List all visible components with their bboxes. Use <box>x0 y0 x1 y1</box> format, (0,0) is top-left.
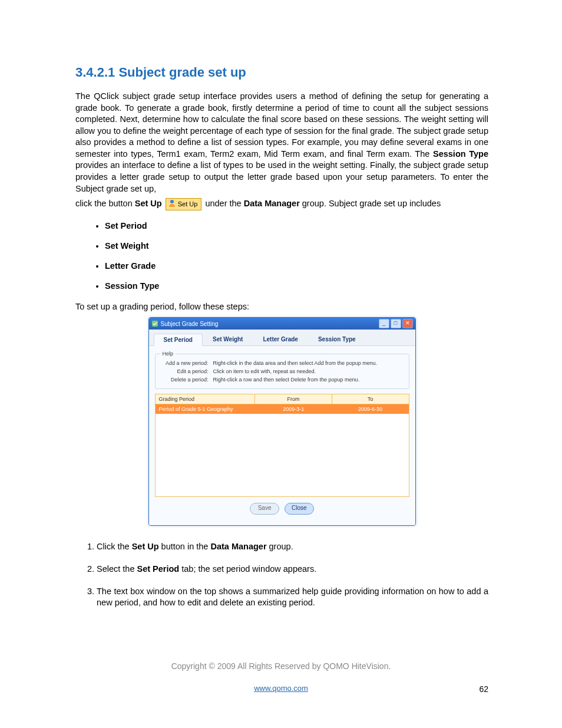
para1-text-a: The QClick subject grade setup interface… <box>75 91 488 159</box>
step-text: button in the <box>159 542 211 551</box>
screenshot-window: Subject Grade Setting _ □ ✕ Set Period S… <box>148 317 416 526</box>
dialog-button-row: Save Close <box>155 497 409 519</box>
help-row: Edit a period: Click on item to edit wit… <box>160 368 404 374</box>
tab-bar: Set Period Set Weight Letter Grade Sessi… <box>149 330 415 346</box>
step-item: Click the Set Up button in the Data Mana… <box>97 541 488 553</box>
grid-row-selected[interactable]: Period of Grade 5-1 Geography 2009-3-1 2… <box>156 404 409 414</box>
help-legend: Help <box>160 351 176 357</box>
para1-text-b: provides an interface to define a list o… <box>75 160 488 193</box>
tab-set-weight[interactable]: Set Weight <box>203 333 253 345</box>
paragraph-2: click the button Set Up Set Up under the… <box>75 198 488 210</box>
help-text: Right-click a row and then select Delete… <box>213 377 360 383</box>
help-fieldset: Help Add a new period: Right-click in th… <box>155 351 409 389</box>
section-heading: 3.4.2.1 Subject grade set up <box>75 65 488 80</box>
tab-session-type[interactable]: Session Type <box>308 333 366 345</box>
help-label: Add a new period: <box>160 360 213 366</box>
page-number: 62 <box>479 684 488 694</box>
svg-point-0 <box>170 200 174 203</box>
cell-period-name: Period of Grade 5-1 Geography <box>156 404 256 414</box>
session-type-bold: Session Type <box>433 149 488 159</box>
save-button[interactable]: Save <box>250 503 279 515</box>
maximize-button[interactable]: □ <box>391 319 401 328</box>
para2-e: group. Subject grade set up includes <box>300 199 441 208</box>
setup-icon <box>168 199 176 207</box>
cell-to: 2009-6-30 <box>332 404 408 414</box>
page-footer: Copyright © 2009 All Rights Reserved by … <box>74 661 488 693</box>
bullet-item: Set Period <box>105 221 488 230</box>
close-dialog-button[interactable]: Close <box>285 503 314 515</box>
step-bold: Set Period <box>137 564 180 574</box>
period-grid[interactable]: Grading Period From To Period of Grade 5… <box>155 394 409 497</box>
help-label: Delete a period: <box>160 377 213 383</box>
svg-rect-1 <box>152 321 158 327</box>
window-title: Subject Grade Setting <box>161 321 378 327</box>
grid-empty-area[interactable] <box>156 414 409 496</box>
help-label: Edit a period: <box>160 368 213 374</box>
step-text: tab; the set period window appears. <box>179 564 316 574</box>
setup-bold: Set Up <box>135 199 162 208</box>
help-row: Add a new period: Right-click in the dat… <box>160 360 404 366</box>
para2-c: under the <box>205 199 243 208</box>
tab-set-period[interactable]: Set Period <box>154 334 203 346</box>
para2-a: click the button <box>75 199 135 208</box>
step-item: The text box window on the top shows a s… <box>97 586 488 609</box>
help-text: Click on item to edit with, repeat as ne… <box>213 368 316 374</box>
step-text: Click the <box>97 542 132 551</box>
grid-header: Grading Period From To <box>156 394 409 404</box>
bullet-item: Session Type <box>105 281 488 291</box>
step-bold: Data Manager <box>210 542 266 551</box>
footer-link[interactable]: www.qomo.com <box>254 684 308 693</box>
tab-panel: Help Add a new period: Right-click in th… <box>149 346 415 525</box>
col-grading-period: Grading Period <box>156 394 256 404</box>
paragraph-1: The QClick subject grade setup interface… <box>75 91 488 195</box>
setup-inline-button-label: Set Up <box>178 200 198 207</box>
help-row: Delete a period: Right-click a row and t… <box>160 377 404 383</box>
tab-letter-grade[interactable]: Letter Grade <box>253 333 308 345</box>
data-manager-bold: Data Manager <box>244 199 300 208</box>
document-page: 3.4.2.1 Subject grade set up The QClick … <box>0 0 562 728</box>
bullet-item: Set Weight <box>105 241 488 251</box>
step-text: The text box window on the top shows a s… <box>97 587 488 608</box>
col-from: From <box>255 394 332 404</box>
bullet-item: Letter Grade <box>105 261 488 271</box>
step-bold: Set Up <box>132 542 159 551</box>
paragraph-3: To set up a grading period, follow these… <box>75 301 488 313</box>
steps-list: Click the Set Up button in the Data Mana… <box>97 541 488 608</box>
copyright-text: Copyright © 2009 All Rights Reserved by … <box>74 661 488 671</box>
setup-inline-button[interactable]: Set Up <box>166 198 202 210</box>
bullet-list: Set Period Set Weight Letter Grade Sessi… <box>105 221 488 291</box>
minimize-button[interactable]: _ <box>379 319 389 328</box>
step-text: group. <box>267 542 293 551</box>
cell-from: 2009-3-1 <box>255 404 332 414</box>
close-button[interactable]: ✕ <box>402 319 413 328</box>
help-text: Right-click in the data area and then se… <box>213 360 378 366</box>
step-text: Select the <box>97 564 137 574</box>
window-titlebar: Subject Grade Setting _ □ ✕ <box>149 318 415 330</box>
step-item: Select the Set Period tab; the set perio… <box>97 564 488 575</box>
app-icon <box>151 320 158 327</box>
col-to: To <box>332 394 409 404</box>
